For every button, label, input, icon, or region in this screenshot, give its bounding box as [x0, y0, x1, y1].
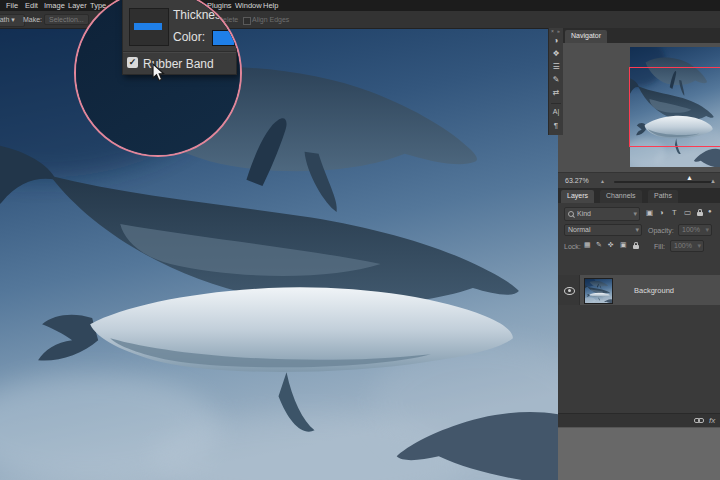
zoom-in-icon[interactable]: ▲ [710, 178, 716, 184]
search-icon-tail [572, 215, 575, 218]
eye-icon[interactable] [564, 287, 575, 295]
menu-image[interactable]: Image [44, 1, 65, 10]
dock-divider [551, 103, 561, 104]
mouse-cursor-icon [152, 63, 165, 82]
layer-thumbnail[interactable] [584, 278, 613, 304]
chevron-down-icon: ▾ [635, 226, 639, 234]
visibility-column [558, 275, 580, 305]
tab-paths[interactable]: Paths [648, 190, 678, 203]
path-preview-line [134, 23, 162, 30]
lock-position-icon[interactable]: ✜ [608, 241, 614, 249]
menu-layer[interactable]: Layer [68, 1, 87, 10]
lock-transparency-icon[interactable]: ▦ [584, 241, 591, 249]
zoom-out-icon[interactable]: ▲ [600, 178, 605, 184]
properties-icon[interactable]: ☰ [549, 62, 563, 71]
menu-help[interactable]: Help [263, 1, 278, 10]
lock-all-icon[interactable] [633, 245, 639, 249]
zoom-slider-track[interactable] [614, 181, 714, 183]
sync-icon[interactable]: ⇄ [549, 88, 563, 97]
tab-layers[interactable]: Layers [561, 190, 594, 203]
filter-kind-label: Kind [577, 210, 591, 217]
make-label: Make: [23, 16, 42, 23]
layers-panel: Kind ▾ ▣ ◑ T ▭ ● Normal ▾ Opacity: 100% … [558, 203, 720, 480]
navigator-panel [558, 43, 720, 172]
chevron-down-icon: ▾ [11, 16, 15, 23]
zoom-slider-thumb[interactable]: ▲ [686, 174, 693, 181]
filter-pixel-layers-icon[interactable]: ▣ [646, 208, 653, 217]
navigator-tabbar: Navigator [558, 28, 720, 43]
opacity-label: Opacity: [648, 227, 674, 234]
layer-filter-select[interactable]: Kind ▾ [564, 207, 640, 221]
layers-panel-footer: fx [558, 413, 720, 428]
photoshop-window: File Edit Image Layer Type Plugins Windo… [0, 0, 720, 480]
character-panel-icon[interactable]: A| [549, 108, 563, 115]
layer-name: Background [634, 286, 674, 295]
tab-channels[interactable]: Channels [600, 190, 642, 203]
menu-file[interactable]: File [6, 1, 18, 10]
panel-dock: Navigator 63.27% ▲ ▲ ▲ Layers Channels P… [558, 28, 720, 480]
empty-dock-area [558, 427, 720, 480]
blend-mode-select[interactable]: Normal ▾ [564, 224, 642, 236]
path-color-swatch[interactable] [212, 30, 235, 46]
navigator-zoom-row: 63.27% ▲ ▲ ▲ [558, 172, 720, 189]
color-label: Color: [173, 30, 205, 44]
lock-artboard-icon[interactable]: ▣ [620, 241, 627, 249]
paragraph-panel-icon[interactable]: ¶ [549, 121, 563, 130]
menu-edit[interactable]: Edit [25, 1, 38, 10]
brushes-icon[interactable]: ✎ [549, 75, 563, 84]
layer-style-fx-icon[interactable]: fx [709, 416, 715, 425]
popup-divider [123, 51, 236, 53]
rubber-band-checkbox[interactable]: ✓ [127, 57, 138, 68]
make-selection-button[interactable]: Selection... [44, 14, 89, 25]
align-edges-label: Align Edges [252, 16, 289, 23]
dock-close-icon[interactable]: × [551, 28, 554, 34]
styles-icon[interactable]: ❖ [549, 49, 563, 58]
navigator-view-box[interactable] [629, 67, 720, 147]
lock-pixels-icon[interactable]: ✎ [596, 241, 602, 249]
chevron-down-icon: ▾ [697, 242, 701, 250]
dock-expand-icon[interactable]: » [557, 28, 560, 34]
adjustments-icon[interactable]: ◑ [549, 36, 563, 45]
link-layers-icon[interactable] [694, 418, 704, 423]
layers-tabbar: Layers Channels Paths [558, 188, 720, 203]
chevron-down-icon: ▾ [705, 226, 709, 234]
fill-value[interactable]: 100% ▾ [670, 240, 704, 252]
filter-toggle-icon[interactable]: ● [708, 208, 712, 214]
filter-type-layers-icon[interactable]: T [672, 208, 677, 217]
filter-smart-objects-icon[interactable] [697, 212, 703, 216]
layer-row-background[interactable]: Background [558, 275, 720, 305]
path-preview-box [129, 8, 169, 46]
opacity-value[interactable]: 100% ▾ [678, 224, 712, 236]
filter-adjustment-layers-icon[interactable]: ◑ [659, 208, 664, 217]
fill-label: Fill: [654, 243, 665, 250]
zoom-percentage[interactable]: 63.27% [565, 177, 589, 184]
filter-shape-layers-icon[interactable]: ▭ [684, 208, 691, 217]
lock-label: Lock: [564, 243, 581, 250]
align-edges-checkbox[interactable] [243, 17, 251, 25]
layer-thumbnail-image [585, 279, 612, 303]
menu-window[interactable]: Window [235, 1, 262, 10]
panel-dock-strip: × » ◑ ❖ ☰ ✎ ⇄ A| ¶ [548, 28, 563, 135]
chevron-down-icon: ▾ [633, 210, 637, 218]
tab-navigator[interactable]: Navigator [565, 30, 607, 43]
tool-mode-select[interactable]: Path ▾ [0, 14, 25, 27]
